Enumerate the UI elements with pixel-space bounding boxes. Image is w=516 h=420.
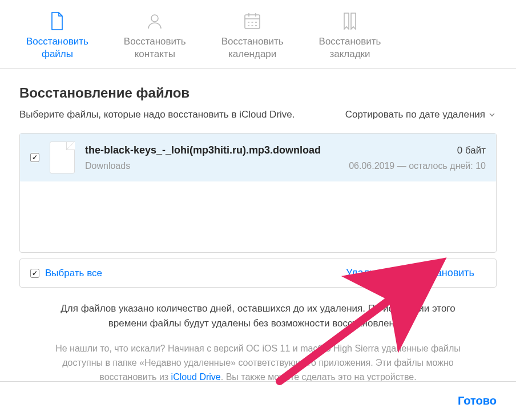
select-all-label: Выбрать все [45, 268, 102, 279]
content-area: Восстановление файлов Выберите файлы, ко… [0, 69, 516, 390]
bookmark-icon [339, 10, 361, 32]
tab-label-line1: Восстановить [221, 35, 284, 48]
file-size: 0 байт [457, 145, 486, 156]
done-button[interactable]: Готово [458, 394, 497, 407]
tab-label-line1: Восстановить [319, 35, 381, 48]
tab-restore-contacts[interactable]: Восстановить контакты [115, 6, 195, 68]
file-name: the-black-keys_-_lohi(mp3hiti.ru).mp3.do… [85, 144, 321, 156]
tab-label-line2: файлы [42, 48, 73, 60]
select-all-checkbox[interactable] [30, 269, 39, 278]
tab-label-line1: Восстановить [26, 35, 88, 48]
delete-button[interactable]: Удалить [334, 265, 397, 281]
subtitle-text: Выберите файлы, которые надо восстановит… [19, 109, 295, 120]
tab-label-line2: контакты [135, 48, 175, 60]
contact-icon [144, 10, 166, 32]
sort-label: Сортировать по дате удаления [345, 109, 485, 120]
select-all[interactable]: Выбрать все [30, 268, 102, 279]
tab-label-line2: календари [228, 48, 276, 60]
note-suffix: . Вы также можете сделать это на устройс… [221, 372, 417, 382]
note-text: Не нашли то, что искали? Начиная с верси… [19, 336, 497, 384]
chevron-down-icon [489, 111, 497, 119]
tab-label-line1: Восстановить [124, 35, 186, 48]
file-icon [46, 10, 68, 32]
file-location: Downloads [85, 161, 130, 171]
file-checkbox[interactable] [30, 153, 39, 162]
action-bar: Выбрать все Удалить Восстановить [19, 259, 497, 288]
tab-bar: Восстановить файлы Восстановить контакты… [0, 0, 516, 69]
info-text: Для файлов указано количество дней, оста… [19, 288, 497, 336]
svg-point-0 [151, 15, 158, 22]
calendar-icon [241, 10, 263, 32]
icloud-drive-link[interactable]: iCloud Drive [171, 372, 221, 382]
tab-restore-calendars[interactable]: Восстановить календари [212, 6, 293, 68]
svg-rect-1 [245, 15, 260, 29]
page-title: Восстановление файлов [19, 85, 497, 101]
tab-restore-bookmarks[interactable]: Восстановить закладки [310, 6, 390, 68]
sort-dropdown[interactable]: Сортировать по дате удаления [345, 109, 497, 120]
file-list: the-black-keys_-_lohi(mp3hiti.ru).mp3.do… [19, 133, 497, 253]
subtitle-row: Выберите файлы, которые надо восстановит… [19, 109, 497, 120]
file-expiry: 06.06.2019 — осталось дней: 10 [349, 161, 486, 171]
tab-label-line2: закладки [329, 48, 370, 60]
footer: Готово [0, 381, 516, 420]
restore-button[interactable]: Восстановить [397, 265, 486, 281]
file-info: the-black-keys_-_lohi(mp3hiti.ru).mp3.do… [85, 144, 486, 171]
tab-restore-files[interactable]: Восстановить файлы [17, 6, 98, 68]
document-icon [50, 142, 75, 173]
file-row[interactable]: the-black-keys_-_lohi(mp3hiti.ru).mp3.do… [20, 134, 496, 181]
